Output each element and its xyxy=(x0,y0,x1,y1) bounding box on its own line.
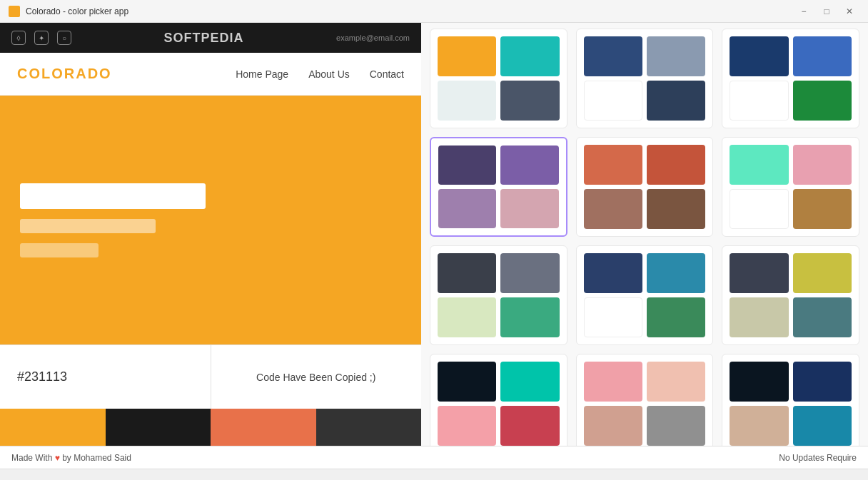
swatch xyxy=(730,145,788,185)
swatch xyxy=(647,189,705,229)
palette-card-4[interactable] xyxy=(430,137,567,237)
copy-message: Code Have Been Copied ;) xyxy=(211,372,422,383)
swatch xyxy=(730,406,788,446)
swatch xyxy=(793,81,852,121)
window-title: Colorado - color picker app xyxy=(26,6,128,16)
nav-contact[interactable]: Contact xyxy=(370,68,404,80)
site-hero xyxy=(0,96,421,344)
swatch xyxy=(584,362,642,402)
no-updates-text: No Updates Require xyxy=(779,453,857,463)
swatch xyxy=(438,81,496,121)
hero-search-bar[interactable] xyxy=(20,183,206,209)
site-logo: COLORADO xyxy=(17,66,112,82)
twitter-icon[interactable]: ✦ xyxy=(34,31,49,45)
swatch xyxy=(438,406,496,446)
palette-card-2[interactable] xyxy=(576,29,714,128)
swatch xyxy=(438,145,496,185)
swatch xyxy=(500,253,559,293)
swatch xyxy=(500,81,559,121)
palette-card-10[interactable] xyxy=(430,354,567,446)
swatch xyxy=(793,406,852,446)
swatch xyxy=(730,81,788,121)
swatch xyxy=(584,145,642,185)
color-code-bar: #231113 Code Have Been Copied ;) xyxy=(0,344,421,409)
palette-card-9[interactable] xyxy=(722,245,859,345)
swatch xyxy=(584,81,642,121)
bottom-swatch-3[interactable] xyxy=(211,409,316,446)
swatch xyxy=(500,362,559,402)
swatch xyxy=(793,297,852,337)
palettes-grid xyxy=(430,29,859,446)
site-topbar: ◊ ✦ ○ SOFTPEDIA example@email.com xyxy=(0,23,421,53)
window-controls: − □ ✕ xyxy=(794,4,859,19)
swatch xyxy=(730,189,788,229)
bottom-swatch-1[interactable] xyxy=(0,409,106,446)
swatch xyxy=(793,145,852,185)
swatch xyxy=(793,362,852,402)
titlebar: Colorado - color picker app − □ ✕ xyxy=(0,0,868,23)
swatch xyxy=(793,253,852,293)
email-display: example@email.com xyxy=(336,34,410,42)
swatch xyxy=(647,253,705,293)
dribbble-icon[interactable]: ○ xyxy=(57,31,71,45)
swatch xyxy=(438,297,496,337)
swatch xyxy=(438,189,496,228)
swatch xyxy=(584,297,642,337)
swatch xyxy=(647,362,705,402)
bottom-swatches xyxy=(0,409,421,446)
swatch xyxy=(438,36,496,76)
horizontal-scrollbar[interactable] xyxy=(0,469,868,480)
swatch xyxy=(647,36,705,76)
palette-card-3[interactable] xyxy=(722,29,859,128)
hex-code-display[interactable]: #231113 xyxy=(0,345,211,409)
swatch xyxy=(647,81,705,121)
hero-text-bar-2 xyxy=(20,243,99,257)
swatch xyxy=(438,362,496,402)
swatch xyxy=(500,297,559,337)
palette-card-5[interactable] xyxy=(576,137,714,237)
swatch xyxy=(647,406,705,446)
left-panel: ◊ ✦ ○ SOFTPEDIA example@email.com COLORA… xyxy=(0,23,421,446)
nav-about[interactable]: About Us xyxy=(308,68,350,80)
swatch xyxy=(730,297,788,337)
swatch xyxy=(793,189,852,229)
palette-card-1[interactable] xyxy=(430,29,567,128)
minimize-button[interactable]: − xyxy=(794,4,814,19)
palette-card-12[interactable] xyxy=(722,354,859,446)
palette-card-7[interactable] xyxy=(430,245,567,345)
swatch xyxy=(793,36,852,76)
app-icon xyxy=(9,6,20,17)
swatch xyxy=(500,36,559,76)
swatch xyxy=(584,189,642,229)
instagram-icon[interactable]: ◊ xyxy=(11,31,26,45)
website-preview: ◊ ✦ ○ SOFTPEDIA example@email.com COLORA… xyxy=(0,23,421,344)
bottom-swatch-2[interactable] xyxy=(106,409,211,446)
maximize-button[interactable]: □ xyxy=(817,4,837,19)
swatch xyxy=(500,189,558,228)
bottom-swatch-4[interactable] xyxy=(316,409,422,446)
swatch xyxy=(500,145,558,185)
app-footer: Made With ♥ by Mohamed Said No Updates R… xyxy=(0,446,868,469)
titlebar-left: Colorado - color picker app xyxy=(9,6,128,17)
swatch xyxy=(647,145,705,185)
main-wrapper: ◊ ✦ ○ SOFTPEDIA example@email.com COLORA… xyxy=(0,23,868,446)
swatch xyxy=(500,406,559,446)
heart-icon: ♥ xyxy=(55,453,62,463)
swatch xyxy=(584,406,642,446)
swatch xyxy=(584,36,642,76)
palettes-panel[interactable] xyxy=(421,23,868,446)
swatch xyxy=(647,297,705,337)
swatch xyxy=(730,253,788,293)
hero-text-bar-1 xyxy=(20,219,156,233)
swatch xyxy=(730,36,788,76)
social-icons: ◊ ✦ ○ xyxy=(11,31,71,45)
nav-links: Home Page About Us Contact xyxy=(236,68,404,80)
palette-card-8[interactable] xyxy=(576,245,714,345)
swatch xyxy=(438,253,496,293)
nav-home[interactable]: Home Page xyxy=(236,68,288,80)
palette-card-11[interactable] xyxy=(576,354,714,446)
swatch xyxy=(584,253,642,293)
swatch xyxy=(730,362,788,402)
palette-card-6[interactable] xyxy=(722,137,859,237)
close-button[interactable]: ✕ xyxy=(839,4,859,19)
